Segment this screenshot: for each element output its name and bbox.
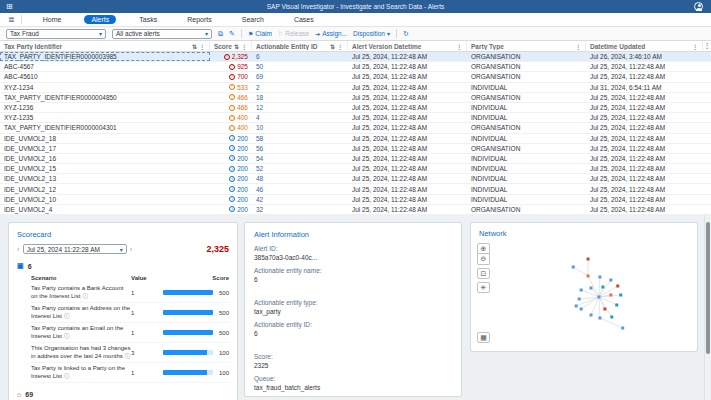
network-node[interactable]	[621, 327, 624, 330]
scorecard-group-header[interactable]: ⌂69	[17, 391, 229, 398]
table-row[interactable]: IDE_UVMOL2_18i20058Jul 25, 2024, 11:22:4…	[0, 134, 711, 144]
network-node[interactable]	[578, 298, 581, 301]
table-row[interactable]: IDE_UVMOL2_17i20056Jul 25, 2024, 11:22:4…	[0, 144, 711, 154]
column-header-alert-version[interactable]: Alert Version Datetime ⋮	[348, 41, 467, 51]
cell-tax-party-identifier[interactable]: IDE_UVMOL2_18	[0, 134, 210, 143]
table-row[interactable]: XYZ-1234!5332Jul 25, 2024, 11:22:48 AMIN…	[0, 83, 711, 93]
alert-filter-select[interactable]: All active alerts▾	[112, 29, 212, 39]
assign-button[interactable]: ➔ Assign...	[315, 30, 347, 37]
scorecard-group-header[interactable]: ▣6	[17, 262, 229, 270]
page-scrollbar[interactable]	[704, 215, 711, 400]
column-menu-icon[interactable]: ⋮	[241, 43, 247, 50]
network-node[interactable]	[609, 294, 612, 297]
cell-actionable-entity-id[interactable]: 52	[252, 164, 348, 173]
scrollbar-thumb[interactable]	[706, 222, 710, 354]
network-node[interactable]	[597, 296, 600, 299]
side-list-icon[interactable]: ≣	[8, 15, 15, 24]
table-row[interactable]: IDE_UVMOL2_4i20032Jul 25, 2024, 11:22:48…	[0, 205, 711, 215]
cell-actionable-entity-id[interactable]: 42	[252, 195, 348, 204]
column-menu-icon[interactable]: ⋮	[692, 43, 698, 50]
column-menu-icon[interactable]: ⋮	[575, 43, 581, 50]
cell-actionable-entity-id[interactable]: 12	[252, 103, 348, 112]
table-row[interactable]: XYZ-1235!4004Jul 25, 2024, 11:22:48 AMIN…	[0, 113, 711, 123]
table-row[interactable]: IDE_UVMOL2_10i20042Jul 25, 2024, 11:22:4…	[0, 195, 711, 205]
sort-icon[interactable]: ⇅	[234, 43, 239, 50]
tab-tasks[interactable]: Tasks	[132, 15, 164, 24]
cell-actionable-entity-id[interactable]: 69	[252, 72, 348, 81]
cell-actionable-entity-id[interactable]: 50	[252, 62, 348, 71]
cell-tax-party-identifier[interactable]: IDE_UVMOL2_17	[0, 144, 210, 153]
disposition-button[interactable]: Disposition ▾	[353, 30, 390, 37]
network-node[interactable]	[575, 305, 578, 308]
network-node[interactable]	[590, 287, 593, 290]
tab-reports[interactable]: Reports	[180, 15, 219, 24]
info-icon[interactable]: ⓘ	[64, 373, 70, 379]
column-header-datetime-updated[interactable]: Datetime Updated ⋮	[586, 41, 703, 51]
table-row[interactable]: IDE_UVMOL2_16i20054Jul 25, 2024, 11:22:4…	[0, 154, 711, 164]
legend-button[interactable]: ▦	[477, 332, 490, 343]
queue-filter-select[interactable]: Tax Fraud▾	[6, 29, 106, 39]
cell-actionable-entity-id[interactable]: 58	[252, 134, 348, 143]
cell-tax-party-identifier[interactable]: ABC-4567	[0, 62, 210, 71]
cell-actionable-entity-id[interactable]: 54	[252, 154, 348, 163]
cell-actionable-entity-id[interactable]: 48	[252, 174, 348, 183]
cell-tax-party-identifier[interactable]: TAX_PARTY_IDENTIFIER0000004850	[0, 93, 210, 102]
cell-actionable-entity-id[interactable]: 10	[252, 123, 348, 132]
network-node[interactable]	[610, 316, 613, 319]
table-row[interactable]: IDE_UVMOL2_15i20052Jul 25, 2024, 11:22:4…	[0, 164, 711, 174]
next-version-icon[interactable]: ›	[130, 245, 133, 254]
info-icon[interactable]: ⓘ	[82, 293, 88, 299]
table-row[interactable]: TAX_PARTY_IDENTIFIER0000004301!40010Jul …	[0, 123, 711, 133]
network-node[interactable]	[590, 314, 593, 317]
tab-alerts[interactable]: Alerts	[84, 15, 116, 24]
scorecard-version-select[interactable]: Jul 25, 2024 11:22:28 AM ▾	[23, 244, 127, 254]
network-node[interactable]	[609, 279, 612, 282]
cell-actionable-entity-id[interactable]: 6	[252, 52, 348, 61]
network-node[interactable]	[587, 258, 590, 261]
zoom-in-button[interactable]: ⊕	[477, 243, 490, 254]
cell-tax-party-identifier[interactable]: XYZ-1236	[0, 103, 210, 112]
table-row[interactable]: TAX_PARTY_IDENTIFIER0000004850!46618Jul …	[0, 93, 711, 103]
cell-actionable-entity-id[interactable]: 4	[252, 113, 348, 122]
edit-filter-icon[interactable]: ✎	[229, 30, 235, 38]
cell-tax-party-identifier[interactable]: XYZ-1234	[0, 83, 210, 92]
network-node[interactable]	[598, 276, 601, 279]
table-row[interactable]: TAX_PARTY_IDENTIFIER0000003985!2,3256Jul…	[0, 52, 711, 62]
column-header-score[interactable]: Score ⇅ ⋮	[210, 41, 252, 51]
cell-tax-party-identifier[interactable]: IDE_UVMOL2_16	[0, 154, 210, 163]
column-menu-icon[interactable]: ⋮	[199, 43, 205, 50]
cell-actionable-entity-id[interactable]: 18	[252, 93, 348, 102]
cell-tax-party-identifier[interactable]: TAX_PARTY_IDENTIFIER0000004301	[0, 123, 210, 132]
sort-icon[interactable]: ⇅	[330, 43, 335, 50]
table-row[interactable]: XYZ-1236!46612Jul 25, 2024, 11:22:48 AMI…	[0, 103, 711, 113]
table-row[interactable]: ABC-4567!92550Jul 25, 2024, 11:22:48 AMO…	[0, 62, 711, 72]
prev-version-icon[interactable]: ‹	[17, 245, 20, 254]
network-graph[interactable]	[495, 237, 693, 347]
cell-actionable-entity-id[interactable]: 46	[252, 184, 348, 193]
network-node[interactable]	[619, 294, 622, 297]
user-avatar-icon[interactable]	[694, 2, 703, 11]
cell-tax-party-identifier[interactable]: TAX_PARTY_IDENTIFIER0000003985	[0, 52, 210, 61]
column-header-entity-id[interactable]: Actionable Entity ID ⇅ ⋮	[252, 41, 348, 51]
column-menu-icon[interactable]: ⋮	[456, 43, 462, 50]
sort-icon[interactable]: ⇅	[192, 43, 197, 50]
cell-tax-party-identifier[interactable]: IDE_UVMOL2_10	[0, 195, 210, 204]
network-node[interactable]	[587, 275, 590, 278]
table-row[interactable]: IDE_UVMOL2_12i20046Jul 25, 2024, 11:22:4…	[0, 184, 711, 194]
column-menu-icon[interactable]: ⋮	[337, 43, 343, 50]
network-node[interactable]	[616, 285, 619, 288]
layout-settings-button[interactable]: ✳	[477, 282, 490, 293]
cell-tax-party-identifier[interactable]: IDE_UVMOL2_12	[0, 184, 210, 193]
tab-search[interactable]: Search	[235, 15, 271, 24]
table-menu-icon[interactable]: ⋮	[704, 42, 711, 50]
column-header-party-type[interactable]: Party Type ⋮	[467, 41, 586, 51]
info-icon[interactable]: ⓘ	[125, 353, 131, 359]
fit-view-button[interactable]: ⊡	[477, 268, 490, 279]
cell-tax-party-identifier[interactable]: ABC-45610	[0, 72, 210, 81]
tab-cases[interactable]: Cases	[287, 15, 321, 24]
refresh-icon[interactable]: ↻	[403, 30, 409, 38]
network-node[interactable]	[598, 317, 601, 320]
cell-actionable-entity-id[interactable]: 56	[252, 144, 348, 153]
network-node[interactable]	[603, 308, 606, 311]
network-node[interactable]	[615, 304, 618, 307]
